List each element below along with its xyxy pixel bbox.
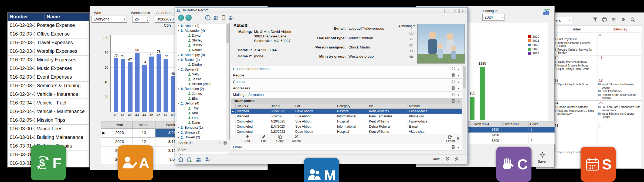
section-addresses[interactable]: Addresses▾ bbox=[231, 85, 462, 92]
ending-year-dropdown[interactable]: 2024 ▾ bbox=[482, 14, 504, 21]
calendar-event[interactable]: 3:30pm Friday Lunch Group bbox=[554, 68, 597, 71]
phone-icon[interactable]: ☎ bbox=[409, 55, 414, 60]
column-header[interactable]: Status ▾ bbox=[236, 104, 269, 108]
print-icon[interactable] bbox=[452, 92, 455, 97]
tree-item-person[interactable]: Kira bbox=[177, 111, 229, 116]
print-icon[interactable] bbox=[452, 66, 455, 71]
app-icon-a[interactable]: A bbox=[118, 145, 153, 180]
tree-item-person[interactable]: Ellen bbox=[177, 96, 229, 101]
touchpoint-row[interactable]: ▶Planned6/15/2025Dave AbbottPastoralKent… bbox=[231, 109, 462, 114]
account-row[interactable]: 016-02-04-03Vehicle - Maintenance bbox=[8, 107, 89, 116]
tree-expand-arrow[interactable]: ▾ bbox=[177, 88, 180, 90]
column-header[interactable]: For bbox=[294, 104, 336, 108]
calendar-event[interactable]: Input Bills into the General Ledger bbox=[554, 41, 597, 48]
titlebar[interactable]: Household Record –□× bbox=[175, 8, 467, 13]
print-icon[interactable] bbox=[452, 79, 455, 84]
chevron-down-icon[interactable]: ▾ bbox=[458, 74, 459, 77]
calendar-view-dropdown[interactable]: ers ▾ bbox=[553, 17, 572, 24]
print-icon[interactable] bbox=[452, 145, 455, 150]
account-row[interactable]: 016-02-04-01Vehicle - Insurance bbox=[8, 90, 89, 99]
account-row[interactable]: 016-02-03-07Event Expenses bbox=[8, 73, 89, 82]
dollar-button[interactable]: $ bbox=[457, 136, 459, 141]
calendar-event[interactable]: Input Bills into the General Ledger bbox=[598, 83, 641, 89]
calendar-day-cell[interactable]: 31 bbox=[554, 123, 598, 146]
section-other[interactable]: Other ▾ bbox=[231, 144, 462, 150]
app-icon-f[interactable]: $ F bbox=[31, 145, 66, 180]
delete-button[interactable]: Delete bbox=[290, 135, 303, 142]
print-icon[interactable] bbox=[223, 141, 227, 146]
minimize-button[interactable]: – bbox=[444, 9, 451, 13]
close-button[interactable]: × bbox=[459, 9, 466, 13]
touchpoint-row[interactable]: Completed4/29/2025Sue AbbottHospitalKent… bbox=[231, 119, 462, 124]
tree-scrollbar[interactable] bbox=[226, 24, 229, 140]
stepper-arrows-icon[interactable]: ▴▾ bbox=[147, 16, 148, 22]
tree-expand-arrow[interactable]: ▾ bbox=[177, 102, 180, 105]
tree-expand-arrow[interactable]: ▸ bbox=[177, 126, 180, 129]
print-icon[interactable] bbox=[452, 86, 455, 91]
export-button[interactable]: Export bbox=[443, 135, 458, 142]
tree-expand-arrow[interactable]: ▸ bbox=[177, 54, 180, 56]
column-header[interactable] bbox=[101, 121, 107, 128]
save-button[interactable]: Save bbox=[534, 159, 550, 163]
person-add-icon[interactable] bbox=[228, 15, 234, 21]
app-icon-c[interactable]: C bbox=[496, 147, 531, 182]
filter-icon[interactable] bbox=[591, 17, 599, 24]
person-edit-icon[interactable] bbox=[205, 156, 211, 162]
calendar-day-cell[interactable]: 10Sasha Murray's birthdayHoward Brown's … bbox=[554, 55, 598, 78]
tree-expand-arrow[interactable]: ▾ bbox=[177, 68, 180, 71]
account-row[interactable]: 016-02-03-02Office Expense bbox=[8, 30, 89, 38]
calendar-day-cell[interactable]: 3Print PaychecksInput Bills into the Gen… bbox=[554, 33, 598, 55]
add-button[interactable]: Add bbox=[241, 135, 254, 142]
calendar-event[interactable]: Prepare Order of Service for Sunday bbox=[598, 93, 641, 100]
tree-item-person[interactable]: Diedre bbox=[177, 62, 229, 67]
column-header[interactable] bbox=[459, 104, 462, 108]
tree-item-person[interactable]: Jessie bbox=[177, 77, 229, 82]
touchpoint-row[interactable]: Completed11/7/2023Sue AbbottInformationa… bbox=[231, 124, 462, 129]
print-icon[interactable] bbox=[601, 17, 608, 24]
calendar-event[interactable]: Sasha Murray's birthday bbox=[554, 60, 597, 64]
column-header[interactable]: Givers 2020 bbox=[501, 121, 529, 127]
calendar-day-cell[interactable]: 25Lou and Pam Fernandez's 19th anniversa… bbox=[598, 101, 642, 123]
tree-item-person[interactable]: Shirley bbox=[177, 38, 229, 43]
back-icon[interactable]: ← bbox=[178, 15, 184, 21]
tree-expand-arrow[interactable]: ▾ bbox=[177, 58, 180, 61]
calendar-day-cell[interactable]: 11 bbox=[598, 55, 642, 78]
info-icon[interactable] bbox=[205, 15, 211, 21]
calendar-event[interactable]: Print Paychecks bbox=[554, 38, 597, 41]
touchpoint-row[interactable]: Completed9/23/2022Dave AbbottHospitalKen… bbox=[231, 129, 462, 134]
calendar-day-cell[interactable]: 18Input Bills into the General LedgerPri… bbox=[598, 78, 642, 101]
section-mailing-information[interactable]: Mailing Information▾ bbox=[231, 92, 462, 98]
tree-item-household[interactable]: ▸Bowen (2) bbox=[177, 135, 229, 140]
tree-item-household[interactable]: ▾Baxter (3) bbox=[177, 67, 229, 72]
chevron-down-icon[interactable]: ▾ bbox=[458, 93, 459, 96]
forward-icon[interactable]: → bbox=[185, 15, 192, 21]
tree-expand-arrow[interactable]: ▸ bbox=[177, 136, 180, 139]
tree-item-household[interactable]: ▾Beaubien (2) bbox=[177, 86, 229, 91]
calendar-day-cell[interactable]: 1 bbox=[598, 123, 642, 146]
calendar-event[interactable]: Lou and Pam Fernandez's 19th anniversary bbox=[598, 106, 641, 112]
home-icon[interactable] bbox=[178, 156, 184, 162]
double-chevron-down-icon[interactable] bbox=[445, 156, 451, 162]
who-dropdown[interactable]: Everyone ▾ bbox=[91, 16, 127, 23]
account-row[interactable]: 016-02-03-01Postage Expense bbox=[8, 21, 89, 30]
calendar-event[interactable]: Donald Hunter's birthday bbox=[554, 106, 597, 109]
column-header[interactable]: Given 2024 bbox=[471, 121, 501, 127]
scrollbar-thumb[interactable] bbox=[226, 24, 229, 43]
column-header[interactable]: By bbox=[368, 104, 408, 108]
calendar-event[interactable]: Print Paychecks bbox=[598, 90, 641, 93]
column-header[interactable]: Method bbox=[408, 104, 459, 108]
chevron-down-icon[interactable]: ▾ bbox=[458, 87, 459, 90]
calendar-event[interactable]: Howard Brown's birthday bbox=[554, 64, 597, 67]
account-row[interactable]: 016-02-03-04Worship Expenses bbox=[8, 47, 89, 56]
help-icon[interactable]: ? bbox=[409, 25, 414, 30]
account-row[interactable]: 016-02-03-06Music Expenses bbox=[8, 64, 89, 73]
calendar-day-cell[interactable]: 4 bbox=[598, 33, 642, 55]
column-header[interactable]: Category bbox=[336, 104, 368, 108]
scissors-icon[interactable]: ✂ bbox=[409, 37, 414, 42]
chevron-down-icon[interactable]: ▾ bbox=[458, 80, 459, 83]
people-icon[interactable] bbox=[196, 156, 202, 162]
refresh-icon[interactable] bbox=[218, 141, 222, 146]
tag-icon[interactable] bbox=[221, 15, 226, 21]
chart-report-icon[interactable] bbox=[543, 8, 550, 17]
as-of-date-field[interactable]: 3/26/2023 bbox=[155, 16, 176, 23]
